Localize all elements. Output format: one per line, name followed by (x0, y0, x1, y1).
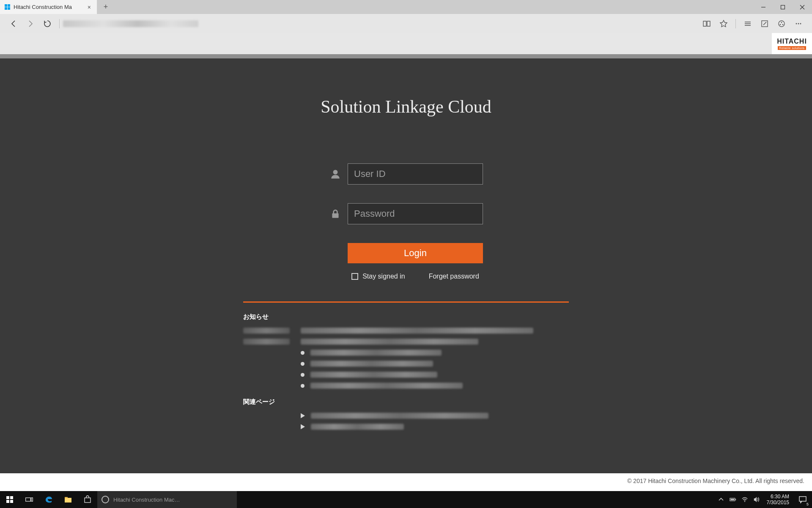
hub-icon[interactable] (739, 14, 756, 33)
checkbox-icon (351, 273, 358, 280)
copyright-bar: © 2017 Hitachi Construction Machinery Co… (0, 473, 812, 489)
svg-point-9 (781, 22, 782, 23)
svg-point-8 (779, 21, 785, 27)
svg-rect-23 (65, 498, 71, 502)
cortana-search[interactable]: Hitachi Construction Mac… (97, 491, 237, 508)
tab-title: Hitachi Construction Ma (14, 4, 86, 10)
news-item (243, 339, 569, 345)
svg-rect-17 (6, 496, 9, 499)
forget-password-link[interactable]: Forget password (429, 273, 479, 280)
notification-count: 5 (806, 502, 809, 506)
battery-icon[interactable] (727, 491, 739, 508)
news-item (243, 328, 569, 334)
news-subitem (301, 383, 569, 389)
login-page: Solution Linkage Cloud Login Stay signed… (0, 58, 812, 473)
window-minimize-button[interactable] (754, 0, 773, 14)
store-icon[interactable] (78, 491, 97, 508)
svg-point-12 (796, 23, 797, 24)
svg-rect-24 (65, 497, 68, 498)
login-button[interactable]: Login (348, 243, 483, 263)
play-icon (301, 424, 305, 429)
lock-icon (329, 207, 342, 220)
svg-point-29 (744, 501, 745, 502)
copyright-text: © 2017 Hitachi Construction Machinery Co… (627, 478, 804, 484)
refresh-button[interactable] (39, 14, 56, 33)
svg-point-10 (780, 24, 781, 25)
cortana-placeholder: Hitachi Construction Mac… (113, 497, 180, 503)
user-icon (329, 168, 342, 180)
password-input[interactable] (348, 203, 483, 224)
svg-point-15 (333, 170, 338, 174)
stay-signed-label: Stay signed in (362, 273, 405, 280)
svg-rect-27 (735, 499, 736, 500)
toolbar-right (698, 14, 807, 33)
section-divider (243, 301, 569, 303)
brand-logo[interactable]: HITACHI Reliable solutions (772, 33, 812, 54)
stay-signed-in-checkbox[interactable]: Stay signed in (351, 273, 405, 280)
taskbar-clock[interactable]: 6:30 AM 7/30/2015 (763, 494, 793, 505)
toolbar-separator (735, 19, 736, 28)
brand-tagline: Reliable solutions (778, 46, 806, 50)
edge-icon[interactable] (39, 491, 58, 508)
forward-button[interactable] (22, 14, 39, 33)
svg-rect-18 (10, 496, 13, 499)
window-controls (754, 0, 812, 14)
window-close-button[interactable] (793, 0, 812, 14)
task-view-button[interactable] (19, 491, 39, 508)
new-tab-button[interactable]: + (97, 0, 114, 14)
header-strip (0, 54, 812, 58)
window-maximize-button[interactable] (773, 0, 793, 14)
news-subitem (301, 372, 569, 378)
site-header: HITACHI Reliable solutions (0, 33, 812, 54)
login-form: Login Stay signed in Forget password (243, 163, 569, 280)
related-link[interactable] (301, 413, 569, 419)
browser-tab[interactable]: Hitachi Construction Ma × (0, 0, 97, 14)
address-bar[interactable] (63, 18, 698, 30)
news-section: お知らせ 関連ページ (243, 313, 569, 430)
browser-chrome: Hitachi Construction Ma × + (0, 0, 812, 33)
svg-rect-22 (31, 498, 33, 501)
wifi-icon[interactable] (739, 491, 751, 508)
play-icon (301, 413, 305, 418)
svg-rect-19 (6, 500, 9, 503)
back-button[interactable] (5, 14, 22, 33)
news-subitem (301, 361, 569, 367)
svg-rect-28 (730, 499, 734, 500)
favorite-star-icon[interactable] (715, 14, 732, 33)
svg-point-13 (798, 23, 799, 24)
tab-close-icon[interactable]: × (86, 4, 93, 11)
tray-chevron-icon[interactable] (715, 491, 727, 508)
svg-rect-25 (85, 498, 91, 502)
clock-time: 6:30 AM (767, 494, 789, 500)
svg-rect-21 (26, 498, 31, 501)
svg-point-14 (800, 23, 801, 24)
user-id-input[interactable] (348, 163, 483, 185)
svg-rect-30 (799, 497, 806, 501)
news-subitem (301, 350, 569, 356)
news-heading: お知らせ (243, 313, 569, 321)
url-redacted (63, 20, 198, 27)
app-title: Solution Linkage Cloud (243, 97, 569, 117)
taskbar: Hitachi Construction Mac… 6:30 AM 7/30/2… (0, 491, 812, 508)
more-icon[interactable] (790, 14, 807, 33)
svg-point-11 (782, 24, 784, 25)
svg-rect-20 (10, 500, 13, 503)
svg-rect-1 (781, 5, 785, 9)
file-explorer-icon[interactable] (58, 491, 78, 508)
nav-separator (59, 19, 60, 28)
tab-strip: Hitachi Construction Ma × + (0, 0, 812, 14)
action-center-button[interactable]: 5 (793, 491, 812, 508)
brand-name: HITACHI (777, 38, 807, 45)
volume-icon[interactable] (751, 491, 763, 508)
cortana-icon (102, 496, 109, 503)
related-heading: 関連ページ (243, 398, 569, 406)
web-note-icon[interactable] (756, 14, 773, 33)
share-icon[interactable] (773, 14, 790, 33)
clock-date: 7/30/2015 (767, 500, 789, 505)
windows-favicon-icon (4, 4, 10, 10)
related-link[interactable] (301, 424, 569, 430)
nav-bar (0, 14, 812, 33)
svg-rect-16 (332, 213, 338, 218)
start-button[interactable] (0, 491, 19, 508)
reading-view-icon[interactable] (698, 14, 715, 33)
